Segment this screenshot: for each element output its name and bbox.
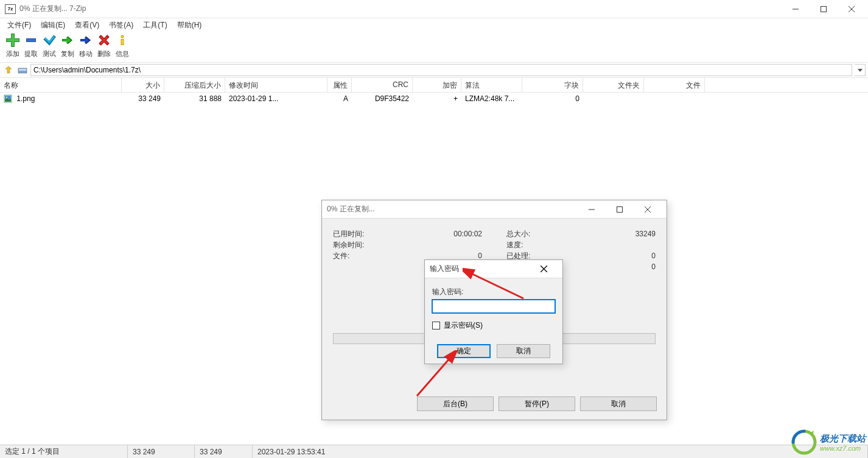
col-header-algo[interactable]: 算法 [461, 78, 522, 92]
show-password-label: 显示密码(S) [444, 320, 483, 331]
maximize-button[interactable] [810, 0, 838, 18]
image-file-icon [4, 94, 12, 103]
show-password-checkbox[interactable] [432, 322, 440, 329]
svg-rect-11 [19, 69, 26, 71]
progress-maximize-button[interactable] [606, 200, 634, 219]
col-header-name[interactable]: 名称 [0, 78, 122, 92]
cancel-button[interactable]: 取消 [580, 396, 657, 411]
menu-bookmarks[interactable]: 书签(A) [104, 19, 138, 32]
col-header-packed[interactable]: 压缩后大小 [164, 78, 225, 92]
path-dropdown[interactable] [855, 64, 866, 76]
menu-help[interactable]: 帮助(H) [172, 19, 207, 32]
close-button[interactable] [838, 0, 866, 18]
cell-attr: A [327, 93, 352, 104]
copy-arrow-icon [61, 33, 74, 47]
speed-label: 速度: [506, 240, 523, 250]
progress-close-button[interactable] [634, 200, 662, 219]
status-size2: 33 249 [195, 445, 253, 458]
password-cancel-button[interactable]: 取消 [497, 344, 550, 358]
files-label: 文件: [333, 251, 349, 261]
processed-value: 0 [651, 252, 656, 260]
tool-extract-label: 提取 [24, 49, 38, 58]
password-dialog-buttons: 确定 取消 [432, 344, 555, 358]
svg-point-14 [6, 97, 7, 98]
progress-dialog-title: 0% 正在复制... [327, 204, 578, 214]
progress-dialog-buttons: 后台(B) 暂停(P) 取消 [417, 396, 657, 411]
pause-button[interactable]: 暂停(P) [499, 396, 575, 411]
ok-button[interactable]: 确定 [437, 344, 491, 358]
menu-file[interactable]: 文件(F) [2, 19, 36, 32]
elapsed-label: 已用时间: [333, 229, 364, 239]
progress-minimize-button[interactable] [578, 200, 606, 219]
col-header-modified[interactable]: 修改时间 [225, 78, 327, 92]
tool-info-label: 信息 [116, 49, 129, 58]
password-input[interactable] [432, 300, 555, 313]
watermark: 极光下载站 www.xz7.com [791, 429, 866, 456]
menu-tools[interactable]: 工具(T) [138, 19, 172, 32]
password-dialog-titlebar: 输入密码 [425, 260, 562, 278]
tool-delete[interactable]: 删除 [95, 33, 113, 62]
total-value: 33249 [635, 230, 656, 238]
plus-icon [6, 33, 19, 47]
drive-icon[interactable] [17, 65, 28, 76]
menu-view[interactable]: 查看(V) [70, 19, 104, 32]
menu-edit[interactable]: 编辑(E) [36, 19, 70, 32]
minimize-button[interactable] [782, 0, 810, 18]
status-date: 2023-01-29 13:53:41 [253, 445, 868, 458]
up-button[interactable] [2, 64, 15, 76]
cell-size: 33 249 [122, 93, 164, 104]
cell-packed: 31 888 [164, 93, 225, 104]
cell-folders [583, 97, 644, 100]
elapsed-value: 00:00:02 [453, 230, 482, 238]
background-button[interactable]: 后台(B) [417, 396, 494, 411]
extra-value: 0 [651, 262, 656, 271]
menubar: 文件(F) 编辑(E) 查看(V) 书签(A) 工具(T) 帮助(H) [0, 18, 868, 32]
tool-info[interactable]: 信息 [113, 33, 131, 62]
tool-copy[interactable]: 复制 [58, 33, 77, 62]
tool-move-label: 移动 [79, 49, 93, 58]
col-header-files[interactable]: 文件 [644, 78, 705, 92]
tool-extract[interactable]: 提取 [22, 33, 40, 62]
list-row[interactable]: 1.png 33 249 31 888 2023-01-29 1... A D9… [0, 93, 868, 105]
tool-test-label: 测试 [43, 49, 56, 58]
tool-delete-label: 删除 [97, 49, 111, 58]
delete-icon [97, 33, 111, 47]
cell-crc: D9F35422 [352, 93, 413, 104]
tool-move[interactable]: 移动 [77, 33, 95, 62]
check-icon [43, 33, 56, 47]
col-header-crc[interactable]: CRC [352, 78, 413, 92]
svg-rect-9 [122, 40, 124, 44]
password-label: 输入密码: [432, 287, 555, 297]
tool-test[interactable]: 测试 [40, 33, 58, 62]
files-value: 0 [478, 252, 482, 260]
move-arrow-icon [79, 33, 93, 47]
pathbar [0, 62, 868, 78]
tool-add-label: 添加 [6, 49, 19, 58]
status-selection: 选定 1 / 1 个项目 [0, 445, 128, 458]
cell-algo: LZMA2:48k 7... [461, 93, 522, 104]
svg-rect-16 [617, 206, 623, 212]
total-label: 总大小: [506, 229, 530, 239]
col-header-block[interactable]: 字块 [522, 78, 583, 92]
show-password-row[interactable]: 显示密码(S) [432, 320, 555, 331]
col-header-attr[interactable]: 属性 [327, 78, 352, 92]
progress-dialog-titlebar: 0% 正在复制... [322, 200, 667, 219]
info-icon [116, 33, 129, 47]
cell-files [644, 97, 705, 100]
window-controls [782, 0, 866, 18]
watermark-en: www.xz7.com [820, 445, 861, 452]
col-header-folders[interactable]: 文件夹 [583, 78, 644, 92]
path-input[interactable] [30, 64, 852, 76]
svg-point-8 [122, 36, 124, 38]
tool-add[interactable]: 添加 [4, 33, 22, 62]
remaining-label: 剩余时间: [333, 240, 364, 250]
col-header-size[interactable]: 大小 [122, 78, 164, 92]
window-title: 0% 正在复制... 7-Zip [19, 4, 782, 14]
col-header-enc[interactable]: 加密 [413, 78, 461, 92]
password-dialog-title: 输入密码 [430, 264, 530, 274]
password-close-button[interactable] [530, 260, 558, 278]
cell-enc: + [413, 93, 461, 104]
svg-rect-5 [27, 39, 35, 41]
password-dialog: 输入密码 输入密码: 显示密码(S) 确定 取消 [424, 259, 563, 364]
cell-name: 1.png [16, 94, 35, 103]
